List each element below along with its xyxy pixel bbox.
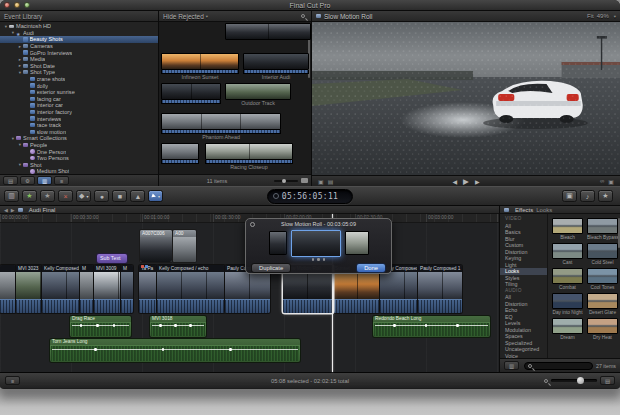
connected-clip-a00[interactable]: A00 [173, 230, 196, 262]
volume-keyframe-dot[interactable] [189, 324, 192, 327]
sidebar-item-dolly[interactable]: dolly [0, 82, 158, 89]
volume-keyframe-dot[interactable] [229, 348, 232, 351]
browser-clip-racing-closeup[interactable]: Racing Closeup [205, 143, 293, 171]
timeline-clip-kelly-composed-echo[interactable]: Kelly Composed / echo [157, 265, 225, 313]
volume-keyframe-dot[interactable] [96, 324, 99, 327]
sidebar-item-interior-car[interactable]: interior car [0, 102, 158, 109]
sidebar-item-beauty-shots[interactable]: Beauty Shots [0, 36, 158, 43]
effect-item-cold-steel[interactable]: Cold Steel [587, 243, 618, 266]
effects-view-toggle-button[interactable]: ▥ [504, 361, 519, 370]
reject-button[interactable]: × [58, 190, 73, 202]
volume-keyframe-dot[interactable] [174, 324, 177, 327]
timeline-clip-item[interactable] [0, 265, 16, 313]
timeline-clip-mvi-3023[interactable]: MVI 3023 [16, 265, 42, 313]
marker-button[interactable]: ▲ [130, 190, 145, 202]
effect-item-desert-glare[interactable]: Desert Glare [587, 293, 618, 316]
sidebar-item-one-person[interactable]: One Person [0, 148, 158, 155]
show-event-button[interactable]: ▣ [318, 178, 324, 185]
effect-item-combat[interactable]: Combat [552, 268, 583, 291]
done-button[interactable]: Done [356, 263, 386, 273]
select-tool-menu[interactable]: ▾ [148, 190, 163, 202]
browser-clip-infineon-sunset[interactable]: Infineon Sunset [161, 53, 239, 81]
effect-item-day-into-night[interactable]: Day into Night [552, 293, 583, 316]
browser-clip-item[interactable] [161, 143, 199, 164]
browser-clip-item[interactable] [161, 83, 221, 104]
sidebar-item-slow-motion[interactable]: slow motion [0, 129, 158, 136]
volume-keyframe-dot[interactable] [425, 324, 428, 327]
timecode-dashboard[interactable]: 05:56:05:11 [267, 189, 353, 204]
effect-item-dry-heat[interactable]: Dry Heat [587, 318, 618, 341]
effect-item-bleach-bypass[interactable]: Bleach Bypass [587, 218, 618, 241]
sidebar-item-gopro-interviews[interactable]: GoPro Interviews [0, 49, 158, 56]
gear-menu-icon[interactable]: ⚙ [20, 176, 35, 185]
volume-keyframe-dot[interactable] [94, 348, 97, 351]
duplicate-button[interactable]: Duplicate [251, 263, 291, 273]
photos-browser-button[interactable]: ▣ [562, 190, 577, 202]
browser-clip-item[interactable] [225, 23, 311, 40]
unrate-button[interactable]: ★ [40, 190, 55, 202]
music-browser-button[interactable]: ♪ [580, 190, 595, 202]
play-button[interactable]: ▶ [463, 177, 469, 186]
page-dot[interactable] [312, 258, 315, 261]
list-view-icon[interactable]: ≡ [54, 176, 69, 185]
effect-item-cool-tones[interactable]: Cool Tones [587, 268, 618, 291]
retime-menu[interactable]: ■ [112, 190, 127, 202]
favorite-button[interactable]: ★ [22, 190, 37, 202]
backgrounds-browser-button[interactable]: ★ [598, 190, 613, 202]
browser-clip-outdoor-track[interactable]: Outdoor Track [225, 83, 291, 107]
search-icon[interactable] [301, 14, 305, 18]
timeline-forward-button[interactable]: ▶ [11, 207, 15, 213]
audition-pick-right[interactable] [345, 231, 369, 255]
sidebar-item-facing-car[interactable]: facing car [0, 96, 158, 103]
sidebar-item-shot-date[interactable]: ▸Shot Date [0, 63, 158, 70]
effect-item-dream[interactable]: Dream [552, 318, 583, 341]
filter-popup[interactable]: Hide Rejected [163, 13, 204, 20]
sidebar-item-media[interactable]: ▸Media [0, 56, 158, 63]
sidebar-item-smart-collections[interactable]: ▾Smart Collections [0, 135, 158, 142]
show-scopes-button[interactable]: ▤ [328, 178, 334, 185]
connected-clip-a007c006[interactable]: A007C006 [140, 230, 172, 262]
filmstrip-view-icon[interactable]: ▥ [37, 176, 52, 185]
timeline-clip-kelly-composed[interactable]: Kelly Composed [42, 265, 80, 313]
sidebar-item-exterior-sunrise[interactable]: exterior sunrise [0, 89, 158, 96]
timeline-zoom-slider[interactable] [551, 379, 597, 382]
sidebar-item-cameras[interactable]: ▸Cameras [0, 43, 158, 50]
zoom-out-icon[interactable] [544, 379, 548, 383]
timeline-clip-m[interactable]: M [80, 265, 94, 313]
loop-playback-button[interactable]: ∞ [600, 178, 604, 185]
page-dot[interactable] [323, 258, 326, 261]
timeline-clip-mvi-3009[interactable]: MVI 3009 [94, 265, 121, 313]
title-clip-sub-text[interactable]: Sub Text [97, 254, 127, 263]
previous-frame-button[interactable]: ◀ [452, 178, 457, 185]
sidebar-item-interviews[interactable]: interviews [0, 115, 158, 122]
sidebar-item-shot-type[interactable]: ▾Shot Type [0, 69, 158, 76]
audio-clip-redondo-beach-long[interactable]: Redondo Beach Long [373, 316, 490, 337]
browser-clip-phantom-ahead[interactable]: Phantom Ahead [161, 113, 281, 141]
fullscreen-button[interactable]: ▣ [608, 178, 614, 185]
timeline-clip-ta-pa[interactable]: Ta Pa [139, 265, 157, 313]
audition-pick-left[interactable] [269, 231, 287, 255]
sidebar-item-race-track[interactable]: race track [0, 122, 158, 129]
import-media-button[interactable]: ▥ [4, 190, 19, 202]
page-dot[interactable] [317, 258, 320, 261]
audition-pick-selected[interactable] [291, 230, 341, 257]
timeline-clip-m[interactable]: M [121, 265, 133, 313]
volume-keyframe-dot[interactable] [456, 324, 459, 327]
keyword-editor-button[interactable]: ● [94, 190, 109, 202]
sidebar-item-crane-shots[interactable]: crane shots [0, 76, 158, 83]
sidebar-item-two-persons[interactable]: Two Persons [0, 155, 158, 162]
sidebar-item-audi[interactable]: ▾Audi [0, 30, 158, 37]
sidebar-item-people[interactable]: ▾People [0, 142, 158, 149]
effect-item-cast[interactable]: Cast [552, 243, 583, 266]
effect-item-bleach[interactable]: Bleach [552, 218, 583, 241]
viewer-zoom-popup[interactable]: 49% [597, 13, 609, 19]
audio-clip-mvi-3018[interactable]: MVI 3018 [150, 316, 206, 337]
next-frame-button[interactable]: ▶ [475, 178, 480, 185]
library-toggle-icon[interactable]: ▤ [3, 176, 18, 185]
volume-keyframe-dot[interactable] [159, 324, 162, 327]
browser-clip-interior-audi[interactable]: Interior Audi [243, 53, 309, 81]
sidebar-item-interior-factory[interactable]: interior factory [0, 109, 158, 116]
volume-keyframe-dot[interactable] [162, 348, 165, 351]
volume-keyframe-dot[interactable] [393, 324, 396, 327]
enhancements-menu[interactable]: ◆▾ [76, 190, 91, 202]
